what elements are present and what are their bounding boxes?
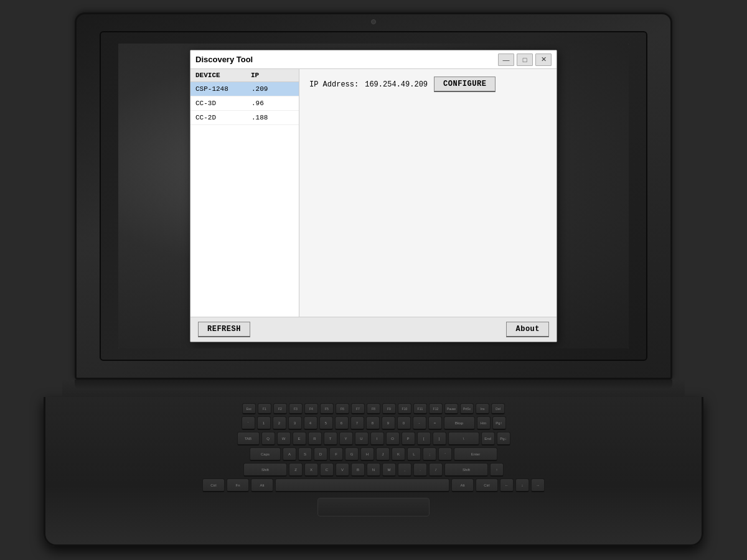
key-backtick[interactable]: ` [242,416,255,430]
key-a[interactable]: A [283,447,296,461]
key-slash[interactable]: / [429,463,443,477]
key-c[interactable]: C [320,463,334,477]
key-row-3: Caps A S D F G H J K L ; ' Enter [87,447,660,461]
key-lbracket[interactable]: [ [417,432,431,446]
key-8[interactable]: 8 [366,416,380,430]
key-r[interactable]: R [308,432,322,446]
key-d[interactable]: D [314,447,327,461]
key-row-2: TAB Q W E R T Y U I O P [ ] \ End Pg↓ [87,432,660,446]
key-pgup[interactable]: Pg↑ [492,416,506,430]
key-up-arrow[interactable]: ↑ [490,463,504,477]
key-pause[interactable]: Pause [444,403,458,414]
key-f12[interactable]: F12 [429,403,443,414]
key-f11[interactable]: F11 [413,403,427,414]
key-f5[interactable]: F5 [320,403,334,414]
key-s[interactable]: S [298,447,312,461]
key-left-arrow[interactable]: ← [500,478,514,492]
key-end[interactable]: End [481,432,495,446]
screen-bezel: Discovery Tool — □ ✕ DEVICE [100,31,647,361]
key-i[interactable]: I [370,432,384,446]
key-f3[interactable]: F3 [289,403,303,414]
key-w[interactable]: W [277,432,291,446]
key-4[interactable]: 4 [304,416,317,430]
key-l[interactable]: L [407,447,421,461]
key-e[interactable]: E [293,432,306,446]
key-f8[interactable]: F8 [367,403,380,414]
key-z[interactable]: Z [289,463,303,477]
key-period[interactable]: . [413,463,427,477]
key-backslash[interactable]: \ [448,432,479,446]
key-del[interactable]: Del [491,403,505,414]
key-minus[interactable]: - [413,416,426,430]
key-enter[interactable]: Enter [454,447,497,461]
device-ip-cc2d: .188 [251,114,268,121]
key-f2[interactable]: F2 [273,403,287,414]
key-v[interactable]: V [336,463,349,477]
key-n[interactable]: N [367,463,380,477]
key-g[interactable]: G [345,447,359,461]
key-esc[interactable]: Esc [242,403,256,414]
minimize-button[interactable]: — [498,54,514,66]
key-right-arrow[interactable]: → [531,478,545,492]
configure-button[interactable]: CONFIGURE [434,77,496,92]
key-lshift[interactable]: Shift [243,463,287,477]
key-quote[interactable]: ' [438,447,452,461]
key-rctrl[interactable]: Ctrl [476,478,498,492]
key-6[interactable]: 6 [335,416,349,430]
key-f6[interactable]: F6 [336,403,349,414]
maximize-button[interactable]: □ [517,54,533,66]
key-f9[interactable]: F9 [382,403,396,414]
key-f[interactable]: F [329,447,343,461]
touchpad[interactable] [317,498,430,516]
key-space[interactable] [275,478,449,492]
key-equals[interactable]: = [428,416,442,430]
keyboard-area: Esc F1 F2 F3 F4 F5 F6 F7 F8 F9 F10 F11 F… [44,397,703,546]
key-f4[interactable]: F4 [304,403,318,414]
key-ralt[interactable]: Alt [451,478,474,492]
device-row-csp1248[interactable]: CSP-1248 .209 [190,82,299,96]
key-m[interactable]: M [382,463,396,477]
key-j[interactable]: J [376,447,390,461]
key-fn[interactable]: Fn [227,478,249,492]
key-2[interactable]: 2 [273,416,286,430]
key-capslock[interactable]: Caps [250,447,281,461]
key-f7[interactable]: F7 [351,403,365,414]
key-pgdn[interactable]: Pg↓ [497,432,510,446]
key-3[interactable]: 3 [288,416,302,430]
close-button[interactable]: ✕ [535,54,552,66]
refresh-button[interactable]: REFRESH [198,322,250,337]
key-down-arrow[interactable]: ↓ [515,478,529,492]
key-f1[interactable]: F1 [258,403,271,414]
device-name-cc2d: CC-2D [195,114,251,121]
key-7[interactable]: 7 [350,416,364,430]
key-h[interactable]: H [360,447,374,461]
key-f10[interactable]: F10 [398,403,411,414]
device-row-cc3d[interactable]: CC-3D .96 [190,96,299,111]
key-lalt[interactable]: Alt [251,478,273,492]
key-backspace[interactable]: Bksp [444,416,475,430]
key-5[interactable]: 5 [319,416,333,430]
key-t[interactable]: T [324,432,337,446]
key-k[interactable]: K [392,447,405,461]
key-q[interactable]: Q [261,432,275,446]
key-9[interactable]: 9 [382,416,395,430]
key-x[interactable]: X [304,463,318,477]
key-u[interactable]: U [355,432,369,446]
about-button[interactable]: About [506,322,549,337]
key-ins[interactable]: Ins [476,403,489,414]
device-row-cc2d[interactable]: CC-2D .188 [190,111,299,125]
key-rbracket[interactable]: ] [433,432,446,446]
key-1[interactable]: 1 [257,416,271,430]
key-rshift[interactable]: Shift [444,463,488,477]
key-comma[interactable]: , [398,463,411,477]
key-o[interactable]: O [386,432,400,446]
key-b[interactable]: B [351,463,365,477]
key-tab[interactable]: TAB [237,432,260,446]
key-prtsc[interactable]: PrtSc [460,403,474,414]
key-p[interactable]: P [402,432,415,446]
key-lctrl[interactable]: Ctrl [202,478,225,492]
key-home[interactable]: Hm [477,416,491,430]
key-semicolon[interactable]: ; [423,447,436,461]
key-0[interactable]: 0 [397,416,411,430]
key-y[interactable]: Y [339,432,353,446]
